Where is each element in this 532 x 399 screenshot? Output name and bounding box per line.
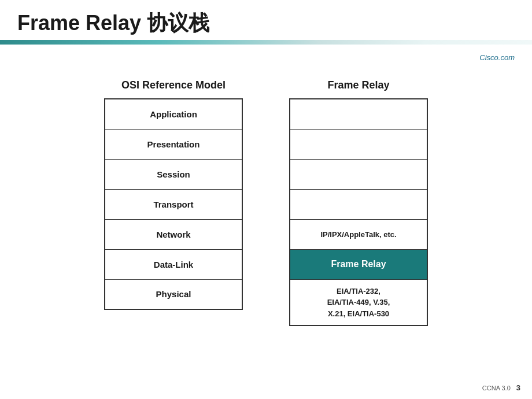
fr-empty-4 — [290, 189, 427, 219]
osi-presentation-cell: Presentation — [105, 129, 242, 159]
footer-label: CCNA 3.0 — [482, 385, 511, 391]
fr-empty-3 — [290, 159, 427, 189]
table-row — [290, 99, 427, 129]
footer-page: 3 — [516, 383, 520, 392]
osi-network-cell: Network — [105, 219, 242, 249]
osi-datalink-cell: Data-Link — [105, 249, 242, 279]
main-content: OSI Reference Model Application Presenta… — [0, 62, 532, 343]
footer: CCNA 3.0 3 — [482, 383, 520, 392]
osi-column: OSI Reference Model Application Presenta… — [104, 79, 243, 310]
table-row — [290, 159, 427, 189]
fr-column-title: Frame Relay — [327, 79, 389, 91]
table-row: Frame Relay — [290, 249, 427, 279]
table-row: Physical — [105, 279, 242, 309]
osi-table: Application Presentation Session Transpo… — [104, 98, 243, 310]
fr-table: IP/IPX/AppleTalk, etc. Frame Relay EIA/T… — [289, 98, 428, 326]
fr-physical-cell: EIA/TIA-232,EIA/TIA-449, V.35,X.21, EIA/… — [290, 279, 427, 326]
fr-empty-1 — [290, 99, 427, 129]
table-row: Session — [105, 159, 242, 189]
decorative-stripe — [0, 40, 532, 45]
table-row: Application — [105, 99, 242, 129]
table-row: Network — [105, 219, 242, 249]
table-row: IP/IPX/AppleTalk, etc. — [290, 219, 427, 249]
fr-column: Frame Relay IP/IPX/AppleTalk, etc. — [289, 79, 428, 326]
osi-session-cell: Session — [105, 159, 242, 189]
table-row: Presentation — [105, 129, 242, 159]
table-row: Data-Link — [105, 249, 242, 279]
cisco-brand: Cisco.com — [479, 53, 515, 62]
table-row — [290, 129, 427, 159]
osi-transport-cell: Transport — [105, 189, 242, 219]
osi-application-cell: Application — [105, 99, 242, 129]
fr-framerelay-cell: Frame Relay — [290, 249, 427, 279]
fr-network-cell: IP/IPX/AppleTalk, etc. — [290, 219, 427, 249]
table-row: Transport — [105, 189, 242, 219]
fr-empty-2 — [290, 129, 427, 159]
osi-physical-cell: Physical — [105, 279, 242, 309]
header: Frame Relay 协议栈 — [0, 0, 532, 35]
table-row — [290, 189, 427, 219]
osi-column-title: OSI Reference Model — [121, 79, 226, 91]
page-title: Frame Relay 协议栈 — [17, 10, 515, 35]
table-row: EIA/TIA-232,EIA/TIA-449, V.35,X.21, EIA/… — [290, 279, 427, 326]
